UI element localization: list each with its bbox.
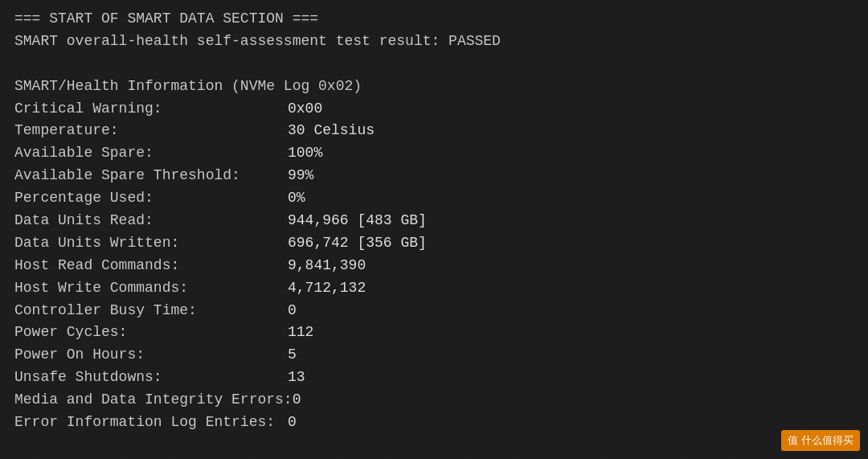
row-label: Media and Data Integrity Errors: <box>14 389 293 412</box>
row-value: 0% <box>288 187 305 210</box>
terminal-line: SMART overall-health self-assessment tes… <box>14 31 854 53</box>
row-label: Host Write Commands: <box>14 277 288 300</box>
terminal-line: Error Information Log Entries:0 <box>14 412 854 434</box>
row-value: 0x00 <box>288 98 322 121</box>
row-value: 4,712,132 <box>288 277 366 300</box>
terminal-line: Temperature:30 Celsius <box>14 120 854 142</box>
terminal-line: Percentage Used:0% <box>14 187 854 210</box>
row-label: Unsafe Shutdowns: <box>14 367 288 389</box>
row-label: Data Units Written: <box>14 232 288 255</box>
row-label: Error Information Log Entries: <box>14 412 288 434</box>
row-value: 0 <box>293 389 301 412</box>
row-label: Temperature: <box>14 120 288 142</box>
row-label: Controller Busy Time: <box>14 300 288 322</box>
row-value: 112 <box>288 322 313 344</box>
header-text: SMART/Health Information (NVMe Log 0x02) <box>14 76 362 98</box>
row-value: 5 <box>288 344 297 367</box>
terminal-line: Unsafe Shutdowns:13 <box>14 367 854 389</box>
row-label: Critical Warning: <box>14 98 288 121</box>
row-value: 9,841,390 <box>288 255 366 277</box>
row-value: 0 <box>288 300 297 322</box>
row-label: Percentage Used: <box>14 187 288 210</box>
row-value: 13 <box>288 367 305 389</box>
row-label: Available Spare: <box>14 142 288 165</box>
row-value: 944,966 [483 GB] <box>288 210 427 232</box>
terminal-window: === START OF SMART DATA SECTION ===SMART… <box>0 0 868 459</box>
terminal-line: Controller Busy Time:0 <box>14 300 854 322</box>
terminal-line: Data Units Read:944,966 [483 GB] <box>14 210 854 232</box>
watermark-badge: 值 什么值得买 <box>781 430 860 451</box>
terminal-line <box>14 53 854 76</box>
terminal-line: Available Spare Threshold:99% <box>14 165 854 187</box>
terminal-line: Host Write Commands:4,712,132 <box>14 277 854 300</box>
header-text: === START OF SMART DATA SECTION === <box>14 8 318 31</box>
row-value: 100% <box>288 142 322 165</box>
terminal-line: Power On Hours:5 <box>14 344 854 367</box>
row-value: 696,742 [356 GB] <box>288 232 427 255</box>
header-text: SMART overall-health self-assessment tes… <box>14 31 501 53</box>
terminal-line <box>14 434 854 457</box>
row-label: Available Spare Threshold: <box>14 165 288 187</box>
terminal-line: Data Units Written:696,742 [356 GB] <box>14 232 854 255</box>
terminal-line: Power Cycles:112 <box>14 322 854 344</box>
row-value: 99% <box>288 165 313 187</box>
terminal-line: Critical Warning:0x00 <box>14 98 854 121</box>
terminal-line: Media and Data Integrity Errors:0 <box>14 389 854 412</box>
row-value: 30 Celsius <box>288 120 375 142</box>
terminal-line: Available Spare:100% <box>14 142 854 165</box>
row-label: Host Read Commands: <box>14 255 288 277</box>
terminal-line: SMART/Health Information (NVMe Log 0x02) <box>14 76 854 98</box>
terminal-line: === START OF SMART DATA SECTION === <box>14 8 854 31</box>
row-label: Power Cycles: <box>14 322 288 344</box>
terminal-line: Host Read Commands:9,841,390 <box>14 255 854 277</box>
row-label: Power On Hours: <box>14 344 288 367</box>
row-value: 0 <box>288 412 297 434</box>
row-label: Data Units Read: <box>14 210 288 232</box>
